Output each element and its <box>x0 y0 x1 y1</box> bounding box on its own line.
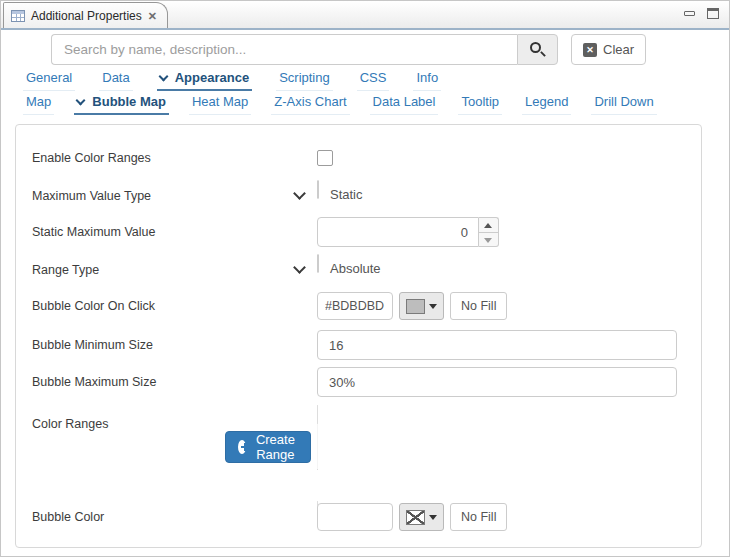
bubble-minimum-size-input[interactable] <box>317 330 677 360</box>
spinner-up-button[interactable] <box>479 217 499 232</box>
tab-data[interactable]: Data <box>99 68 132 91</box>
tab-label: Info <box>416 70 438 85</box>
form-row-bubble-color-on-click: Bubble Color On Click No Fill <box>16 292 701 320</box>
tab-label: Scripting <box>279 70 330 85</box>
form-row-bubble-minimum-size: Bubble Minimum Size <box>16 330 701 360</box>
tab-css[interactable]: CSS <box>357 68 390 91</box>
bubble-color-on-click-label: Bubble Color On Click <box>32 292 155 320</box>
tab-drill-down[interactable]: Drill Down <box>591 92 656 115</box>
static-maximum-value-input[interactable] <box>317 217 479 247</box>
tab-label: CSS <box>360 70 387 85</box>
tab-label: Drill Down <box>594 94 653 109</box>
form-row-bubble-color: Bubble Color No Fill <box>16 503 701 531</box>
color-ranges-list <box>317 470 318 502</box>
form-row-bubble-maximum-size: Bubble Maximum Size <box>16 367 701 397</box>
tab-tooltip[interactable]: Tooltip <box>458 92 502 115</box>
tab-label: Legend <box>525 94 568 109</box>
clear-button[interactable]: Clear <box>571 34 646 65</box>
tab-z-axis-chart[interactable]: Z-Axis Chart <box>271 92 349 115</box>
range-type-value: Absolute <box>330 255 381 283</box>
view-tab-additional-properties[interactable]: Additional Properties <box>3 2 168 28</box>
bubble-color-hex-input[interactable] <box>317 503 393 531</box>
search-group <box>51 34 558 65</box>
window-buttons <box>684 8 719 19</box>
form-row-maximum-value-type: Maximum Value Type Static <box>16 181 701 211</box>
tab-map[interactable]: Map <box>23 92 54 115</box>
tab-info[interactable]: Info <box>413 68 441 91</box>
tab-scripting[interactable]: Scripting <box>276 68 333 91</box>
maximum-value-type-label: Maximum Value Type <box>32 181 151 211</box>
enable-color-ranges-label: Enable Color Ranges <box>32 143 151 173</box>
tab-heat-map[interactable]: Heat Map <box>189 92 251 115</box>
tab-row-primary: General Data Appearance Scripting CSS In… <box>23 68 465 91</box>
view-accent-line <box>1 28 729 30</box>
maximum-value-type-value: Static <box>330 181 363 209</box>
bubble-color-on-click-hex-input[interactable] <box>317 292 393 320</box>
view-tab-bar: Additional Properties <box>1 1 729 28</box>
bubble-color-on-click-swatch-dropdown[interactable] <box>399 292 444 320</box>
additional-properties-view: Additional Properties Clear General Data… <box>0 0 730 557</box>
tab-data-label[interactable]: Data Label <box>370 92 439 115</box>
arrow-up-icon <box>484 223 492 228</box>
range-type-label: Range Type <box>32 255 99 285</box>
bubble-color-on-click-no-fill-button[interactable]: No Fill <box>450 292 507 320</box>
tab-label: Z-Axis Chart <box>274 94 346 109</box>
tab-legend[interactable]: Legend <box>522 92 571 115</box>
chevron-down-icon <box>76 95 86 105</box>
color-swatch-icon <box>406 299 425 314</box>
arrow-down-icon <box>484 238 492 243</box>
bubble-maximum-size-label: Bubble Maximum Size <box>32 367 156 397</box>
bubble-maximum-size-input[interactable] <box>317 367 677 397</box>
color-ranges-header: Create Range <box>317 424 318 470</box>
maximize-icon[interactable] <box>707 8 719 19</box>
tab-label: Data <box>102 70 129 85</box>
form-row-enable-color-ranges: Enable Color Ranges <box>16 143 701 173</box>
tab-row-secondary: Map Bubble Map Heat Map Z-Axis Chart Dat… <box>23 92 677 115</box>
tab-label: Appearance <box>175 70 249 85</box>
tab-bubble-map[interactable]: Bubble Map <box>74 92 169 115</box>
clear-button-label: Clear <box>603 42 634 57</box>
view-tab-title: Additional Properties <box>31 9 142 23</box>
caret-down-icon <box>429 515 437 520</box>
spinner-down-button[interactable] <box>479 232 499 248</box>
bubble-color-label: Bubble Color <box>32 503 104 531</box>
maximum-value-type-select[interactable]: Static <box>317 180 319 199</box>
bubble-color-swatch-dropdown[interactable] <box>399 503 444 531</box>
chevron-down-icon <box>293 261 306 274</box>
chevron-down-icon <box>293 187 306 200</box>
range-type-select[interactable]: Absolute <box>317 254 319 273</box>
no-fill-swatch-icon <box>406 510 425 525</box>
tab-appearance[interactable]: Appearance <box>157 68 252 91</box>
search-input[interactable] <box>51 34 517 65</box>
bubble-color-no-fill-button[interactable]: No Fill <box>450 503 507 531</box>
bubble-minimum-size-label: Bubble Minimum Size <box>32 330 153 360</box>
form-row-range-type: Range Type Absolute <box>16 255 701 285</box>
number-spinner <box>479 217 499 247</box>
properties-form-panel: Enable Color Ranges Maximum Value Type S… <box>15 124 702 548</box>
tab-label: Tooltip <box>461 94 499 109</box>
chevron-down-icon <box>158 71 168 81</box>
color-ranges-label: Color Ranges <box>32 414 108 434</box>
search-icon <box>530 42 541 53</box>
enable-color-ranges-checkbox[interactable] <box>317 150 333 166</box>
search-button[interactable] <box>517 34 558 65</box>
form-row-static-maximum-value: Static Maximum Value <box>16 217 701 247</box>
caret-down-icon <box>429 304 437 309</box>
tab-general[interactable]: General <box>23 68 75 91</box>
tab-label: General <box>26 70 72 85</box>
clear-x-icon <box>583 43 597 57</box>
tab-label: Data Label <box>373 94 436 109</box>
properties-table-icon <box>11 10 25 22</box>
tab-label: Heat Map <box>192 94 248 109</box>
static-maximum-value-label: Static Maximum Value <box>32 217 155 247</box>
tab-label: Bubble Map <box>92 94 166 109</box>
minimize-icon[interactable] <box>684 11 695 16</box>
close-icon[interactable] <box>148 10 157 22</box>
tab-label: Map <box>26 94 51 109</box>
